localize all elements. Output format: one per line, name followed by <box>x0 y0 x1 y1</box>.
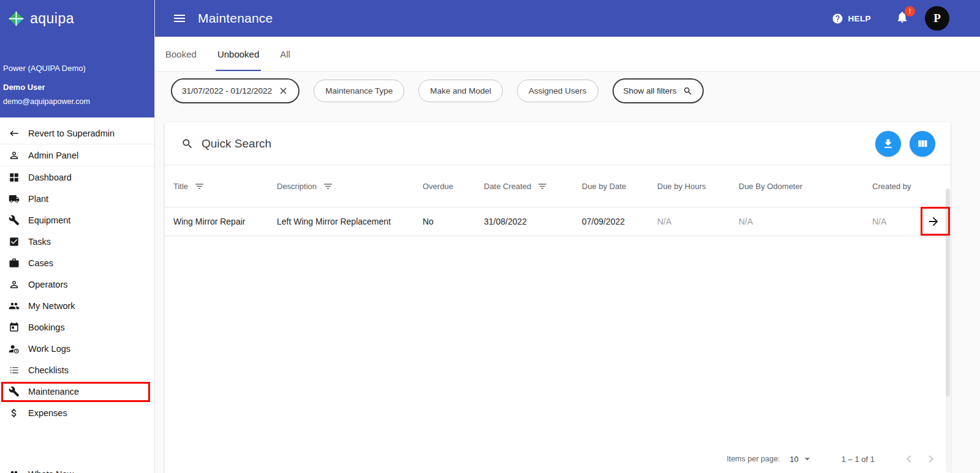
table-header-row: Title Description Overdue Date Created D… <box>165 165 951 207</box>
sidebar-item-label: Bookings <box>28 322 65 332</box>
user-email: demo@aquipapower.com <box>0 97 154 106</box>
sidebar-item-my-network[interactable]: My Network <box>0 295 154 316</box>
cell-due-by-hours: N/A <box>649 217 730 226</box>
filter-chip-make-and-model[interactable]: Make and Model <box>418 80 503 102</box>
row-open-button[interactable] <box>920 208 947 235</box>
sidebar-item-label: Expenses <box>28 408 67 418</box>
items-per-page-select[interactable]: 10 <box>790 453 813 465</box>
sidebar: aquipa Power (AQUIPA Demo) Demo User dem… <box>0 0 155 473</box>
filter-chip-maintenance-type[interactable]: Maintenance Type <box>314 80 404 102</box>
sidebar-item-label: Whats New <box>28 469 74 473</box>
arrow-right-icon <box>927 215 940 228</box>
task-check-icon <box>9 236 20 247</box>
sidebar-item-label: Dashboard <box>28 173 72 182</box>
briefcase-icon <box>9 258 20 269</box>
sidebar-item-checklists[interactable]: Checklists <box>0 359 154 381</box>
sidebar-item-label: Maintenance <box>28 387 79 397</box>
aquipa-logo-icon <box>8 10 24 27</box>
date-range-label: 31/07/2022 - 01/12/2022 <box>182 86 272 95</box>
pagination-prev-button[interactable] <box>902 452 916 466</box>
column-header-description[interactable]: Description <box>268 181 414 192</box>
sidebar-item-label: Plant <box>28 194 48 204</box>
cell-due-by-odometer: N/A <box>730 217 864 226</box>
filter-chip-date-range[interactable]: 31/07/2022 - 01/12/2022 <box>171 78 300 103</box>
pagination-bar: Items per page: 10 1 – 1 of 1 <box>726 452 938 466</box>
people-icon <box>9 469 20 473</box>
notifications-button[interactable]: ! <box>895 10 909 26</box>
sidebar-item-plant[interactable]: Plant <box>0 188 154 209</box>
column-label: Due by Hours <box>657 182 706 191</box>
cell-date-created: 31/08/2022 <box>475 217 573 226</box>
sidebar-item-equipment[interactable]: Equipment <box>0 209 154 231</box>
sidebar-item-tasks[interactable]: Tasks <box>0 231 154 252</box>
chevron-left-icon <box>902 452 916 466</box>
sidebar-item-label: My Network <box>28 301 75 311</box>
table-scrollbar[interactable] <box>946 188 950 472</box>
truck-icon <box>9 193 20 204</box>
sidebar-item-revert-to-superadmin[interactable]: Revert to Superadmin <box>0 122 154 144</box>
sidebar-item-label: Tasks <box>28 237 51 247</box>
cell-due-by-date: 07/09/2022 <box>573 217 649 226</box>
caret-down-icon <box>801 453 813 465</box>
help-label: HELP <box>848 14 871 23</box>
tab-bar: Booked Unbooked All <box>155 37 980 72</box>
sort-icon <box>194 181 205 192</box>
column-label: Title <box>173 182 188 191</box>
cell-created-by: N/A <box>864 217 916 226</box>
quick-search-input[interactable] <box>202 137 875 151</box>
aquipa-logo[interactable]: aquipa <box>0 0 154 37</box>
notification-badge: ! <box>905 6 915 17</box>
show-all-filters-label: Show all filters <box>624 86 677 95</box>
sidebar-item-label: Work Logs <box>28 344 70 354</box>
sidebar-item-whats-new[interactable]: Whats New <box>0 463 154 473</box>
column-header-title[interactable]: Title <box>165 181 268 192</box>
sidebar-item-operators[interactable]: Operators <box>0 274 154 295</box>
dollar-icon <box>9 408 20 419</box>
sidebar-item-expenses[interactable]: Expenses <box>0 402 154 423</box>
sidebar-item-cases[interactable]: Cases <box>0 252 154 274</box>
user-avatar[interactable]: P <box>925 6 949 31</box>
column-label: Created by <box>872 182 911 191</box>
tab-all[interactable]: All <box>270 37 301 71</box>
wrench-icon <box>9 215 20 226</box>
sidebar-header: aquipa Power (AQUIPA Demo) Demo User dem… <box>0 0 154 117</box>
person-icon <box>9 150 20 161</box>
pagination-next-button[interactable] <box>924 452 938 466</box>
column-label: Due by Date <box>582 182 626 191</box>
menu-hamburger-button[interactable] <box>172 11 187 26</box>
column-header-date-created[interactable]: Date Created <box>475 181 573 192</box>
close-icon[interactable] <box>278 86 288 96</box>
scrollbar-thumb[interactable] <box>946 188 950 397</box>
sidebar-item-dashboard[interactable]: Dashboard <box>0 166 154 188</box>
column-header-overdue: Overdue <box>414 182 475 191</box>
sidebar-item-admin-panel[interactable]: Admin Panel <box>0 144 154 166</box>
cell-overdue: No <box>414 217 475 226</box>
tab-booked[interactable]: Booked <box>155 37 207 71</box>
sidebar-item-work-logs[interactable]: Work Logs <box>0 338 154 359</box>
sidebar-menu: Revert to Superadmin Admin Panel Dashboa… <box>0 117 154 423</box>
chevron-right-icon <box>924 452 938 466</box>
checklist-icon <box>9 365 20 376</box>
column-label: Date Created <box>484 182 531 191</box>
column-label: Description <box>277 182 317 191</box>
quick-search-row <box>165 122 951 165</box>
filter-chip-assigned-users[interactable]: Assigned Users <box>517 80 598 102</box>
org-name: Power (AQUIPA Demo) <box>0 64 154 73</box>
person-clock-icon <box>9 343 20 354</box>
items-per-page-value: 10 <box>790 455 798 464</box>
show-all-filters-button[interactable]: Show all filters <box>612 78 704 103</box>
search-icon <box>683 86 693 96</box>
column-settings-button[interactable] <box>910 131 935 157</box>
help-button[interactable]: HELP <box>832 13 871 24</box>
people-icon <box>9 300 20 311</box>
download-button[interactable] <box>875 131 901 157</box>
dashboard-icon <box>9 172 20 183</box>
help-icon <box>832 13 843 24</box>
top-app-bar: Maintenance HELP ! P <box>155 0 980 37</box>
table-row: Wing Mirror Repair Left Wing Mirror Repl… <box>165 207 951 236</box>
sidebar-item-label: Equipment <box>28 215 70 225</box>
tab-unbooked[interactable]: Unbooked <box>207 37 270 71</box>
sidebar-item-maintenance[interactable]: Maintenance <box>0 381 154 402</box>
sidebar-item-bookings[interactable]: Bookings <box>0 316 154 338</box>
maintenance-list-card: Title Description Overdue Date Created D… <box>165 122 951 473</box>
